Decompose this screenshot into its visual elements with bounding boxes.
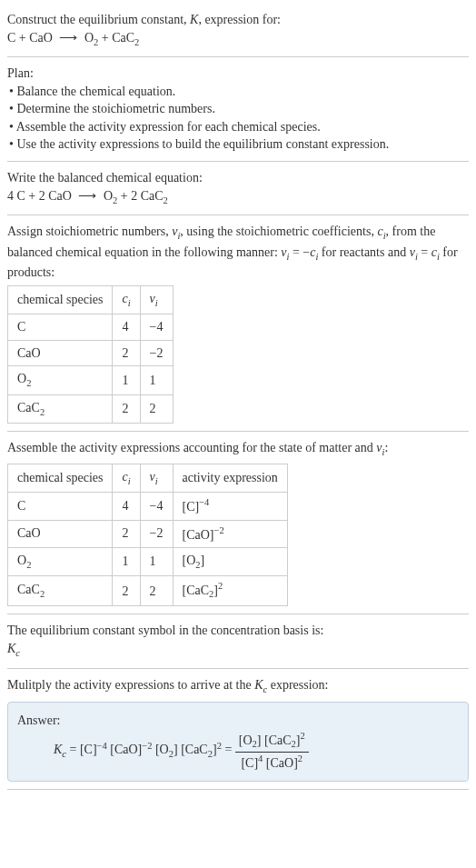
cell-ci: 2 (113, 520, 140, 547)
t: Mulitply the activity expressions to arr… (7, 678, 254, 692)
cell-activity: [C]−4 (173, 493, 287, 520)
cell-nui: −2 (140, 340, 173, 366)
t4: [CaC (181, 743, 208, 756)
Kc-symbol: Kc (7, 640, 469, 660)
cell-species: C (8, 314, 113, 341)
cell-activity: [O2] (173, 547, 287, 575)
balanced-equation: 4 C + 2 CaO ⟶ O2 + 2 CaC2 (7, 187, 469, 207)
table-row: C 4 −4 (8, 314, 174, 341)
base: [CaC (183, 584, 210, 597)
product-CaC2: CaC2 (112, 31, 139, 45)
product-O2: O2 (84, 31, 98, 45)
species: CaC (17, 401, 40, 414)
cell-ci: 1 (113, 547, 140, 575)
sub-2: 2 (164, 195, 168, 205)
answer-equation: Kc = [C]−4 [CaO]−2 [O2] [CaC2]2 = [O2] [… (54, 730, 459, 772)
arrow-icon: ⟶ (59, 29, 77, 47)
sub: 2 (40, 407, 45, 417)
cell-species: CaO (8, 340, 113, 366)
plan-section: Plan: • Balance the chemical equation. •… (7, 57, 469, 162)
colon: : (384, 441, 388, 454)
sub-i: i (128, 476, 131, 486)
plus: + (25, 189, 39, 203)
t1: Assign stoichiometric numbers, (7, 224, 172, 238)
species: CaC (17, 583, 40, 596)
d1: [C] (241, 755, 258, 769)
exp: −4 (97, 740, 107, 750)
equals: = (222, 743, 235, 756)
plan-bullet-3: • Assemble the activity expression for e… (9, 118, 469, 136)
exp: −2 (214, 525, 224, 535)
K-symbol: K (190, 13, 198, 26)
table-row: CaC2 2 2 [CaC2]2 (8, 576, 288, 606)
plus: + (15, 31, 29, 45)
sub-2: 2 (134, 36, 139, 46)
stoich-text: Assign stoichiometric numbers, νi, using… (7, 223, 469, 282)
table-row: O2 1 1 (8, 366, 174, 394)
close: ] (201, 554, 205, 567)
exp: 2 (300, 731, 304, 741)
cell-species: CaO (8, 520, 113, 547)
term-2CaO: 2 CaO (39, 189, 72, 203)
O: O (104, 189, 113, 203)
answer-label: Answer: (17, 712, 459, 730)
base: [O (183, 554, 196, 567)
eq-neg: = − (289, 245, 310, 259)
plan-bullet-4: • Use the activity expressions to build … (9, 135, 469, 154)
intro-text: Construct the equilibrium constant, K, e… (7, 11, 469, 29)
exp: −2 (142, 740, 152, 750)
t2: , using the stoichiometric coefficients, (180, 224, 377, 238)
plus: + (98, 31, 112, 45)
intro-section: Construct the equilibrium constant, K, e… (7, 4, 469, 57)
O: O (84, 31, 94, 45)
reactant-C: C (7, 31, 15, 45)
exp: −4 (199, 497, 209, 507)
d2: [CaO] (266, 755, 298, 769)
symbol-section: The equilibrium constant symbol in the c… (7, 614, 469, 668)
close: ] (257, 733, 264, 746)
exp: 2 (218, 581, 223, 591)
equals: = (66, 743, 80, 756)
cell-nui: 2 (140, 576, 173, 606)
plus: + (117, 189, 131, 203)
table-row: CaO 2 −2 (8, 340, 174, 366)
intro-line1: Construct the equilibrium constant, (7, 13, 190, 26)
plan-title: Plan: (7, 65, 469, 83)
cell-ci: 2 (113, 340, 140, 366)
cell-activity: [CaC2]2 (173, 576, 287, 606)
symbol-text: The equilibrium constant symbol in the c… (7, 622, 469, 640)
stoich-section: Assign stoichiometric numbers, νi, using… (7, 215, 469, 432)
cell-ci: 2 (113, 394, 140, 423)
CaC: 2 CaC (131, 189, 163, 203)
col-species: chemical species (8, 464, 113, 492)
table-row: CaC2 2 2 (8, 394, 174, 423)
denominator: [C]4 [CaO]2 (235, 753, 309, 772)
sub: 2 (26, 378, 31, 388)
unbalanced-equation: C + CaO ⟶ O2 + CaC2 (7, 29, 469, 49)
close: ] (174, 743, 178, 756)
cell-nui: −4 (140, 493, 173, 520)
cell-species: O2 (8, 547, 113, 575)
CaC: CaC (112, 31, 134, 45)
activity-section: Assemble the activity expressions accoun… (7, 432, 469, 614)
cell-nui: 1 (140, 366, 173, 394)
sub-i: i (128, 297, 131, 307)
base: [CaO] (183, 527, 214, 541)
cell-nui: 1 (140, 547, 173, 575)
n1: [O (239, 733, 253, 746)
term-2CaC2: 2 CaC2 (131, 189, 168, 203)
sub-i: i (155, 476, 158, 486)
answer-box: Answer: Kc = [C]−4 [CaO]−2 [O2] [CaC2]2 … (7, 702, 469, 782)
cell-activity: [CaO]−2 (173, 520, 287, 547)
table-header-row: chemical species ci νi activity expressi… (8, 464, 288, 492)
cell-ci: 2 (113, 576, 140, 606)
arrow-icon: ⟶ (78, 187, 96, 205)
species: O (17, 554, 26, 567)
t: Assemble the activity expressions accoun… (7, 441, 376, 454)
plan-bullet-1: • Balance the chemical equation. (9, 83, 469, 101)
final-text: Mulitply the activity expressions to arr… (7, 676, 469, 696)
t3: [O (155, 743, 169, 756)
t1: [C] (80, 743, 97, 756)
reactant-CaO: CaO (29, 31, 53, 45)
cell-ci: 4 (113, 314, 140, 341)
